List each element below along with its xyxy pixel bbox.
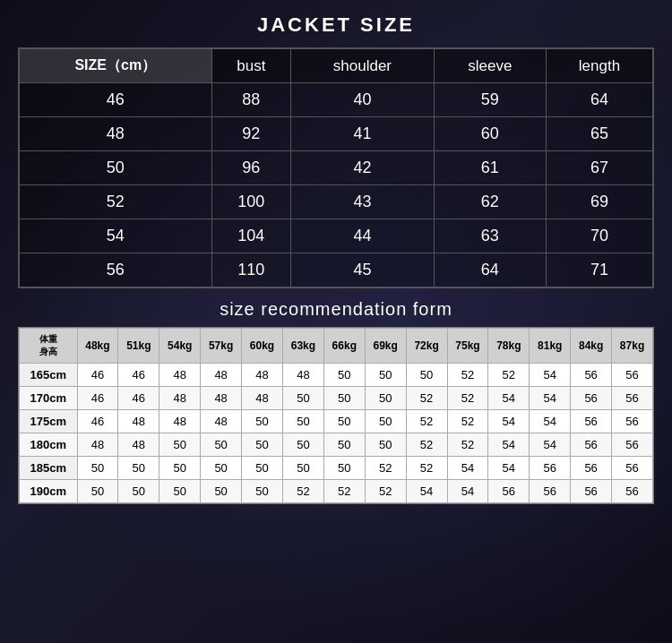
rec-cell-3-2: 50	[159, 433, 201, 457]
size-cell-1-2: 41	[291, 117, 435, 151]
rec-cell-1-12: 56	[571, 387, 612, 410]
rec-height-3: 180cm	[20, 433, 78, 457]
rec-cell-1-3: 48	[201, 387, 242, 410]
rec-cell-3-6: 50	[323, 433, 365, 457]
rec-cell-5-10: 56	[488, 480, 530, 503]
rec-cell-4-10: 54	[488, 457, 530, 480]
rec-table: 体重身高48kg51kg54kg57kg60kg63kg66kg69kg72kg…	[19, 328, 653, 503]
rec-weight-header-6: 66kg	[323, 329, 365, 364]
rec-cell-4-6: 50	[323, 457, 365, 480]
rec-cell-4-8: 52	[406, 457, 447, 480]
size-cell-4-2: 44	[291, 219, 435, 253]
rec-cell-3-12: 56	[571, 433, 612, 457]
size-cell-1-4: 65	[546, 117, 652, 151]
rec-cell-0-5: 48	[282, 364, 323, 387]
rec-cell-4-2: 50	[159, 457, 201, 480]
size-cell-1-0: 48	[20, 117, 212, 151]
rec-cell-0-7: 50	[365, 364, 406, 387]
rec-weight-header-8: 72kg	[406, 329, 447, 364]
rec-cell-2-5: 50	[282, 410, 323, 433]
rec-cell-2-11: 54	[530, 410, 571, 433]
rec-cell-2-10: 54	[488, 410, 530, 433]
rec-table-wrapper: 体重身高48kg51kg54kg57kg60kg63kg66kg69kg72kg…	[18, 327, 654, 504]
rec-cell-5-1: 50	[118, 480, 159, 503]
rec-cell-3-4: 50	[242, 433, 283, 457]
rec-cell-3-11: 54	[530, 433, 571, 457]
size-table-row: 4892416065	[20, 117, 653, 151]
rec-table-row: 180cm4848505050505050525254545656	[20, 433, 653, 457]
rec-weight-header-12: 84kg	[571, 329, 612, 364]
size-cell-5-3: 64	[434, 253, 546, 287]
size-cell-5-1: 110	[211, 253, 291, 287]
size-cell-4-3: 63	[434, 219, 546, 253]
rec-cell-5-2: 50	[159, 480, 201, 503]
size-cell-3-3: 62	[434, 185, 546, 219]
rec-cell-2-12: 56	[571, 410, 612, 433]
rec-weight-header-11: 81kg	[530, 329, 571, 364]
rec-cell-3-10: 54	[488, 433, 530, 457]
rec-weight-header-4: 60kg	[242, 329, 283, 364]
rec-cell-1-6: 50	[323, 387, 365, 410]
size-table: SIZE（cm）bustshouldersleevelength 4688405…	[19, 48, 653, 287]
size-cell-0-3: 59	[434, 83, 546, 117]
rec-header-row: 体重身高48kg51kg54kg57kg60kg63kg66kg69kg72kg…	[20, 329, 653, 364]
size-table-header-4: length	[546, 49, 652, 83]
size-table-row: 56110456471	[20, 253, 653, 287]
rec-cell-4-13: 56	[612, 457, 653, 480]
size-cell-1-1: 92	[211, 117, 291, 151]
rec-table-row: 185cm5050505050505052525454565656	[20, 457, 653, 480]
rec-cell-0-2: 48	[159, 364, 201, 387]
size-cell-5-0: 56	[20, 253, 212, 287]
size-cell-3-4: 69	[546, 185, 652, 219]
rec-cell-4-5: 50	[282, 457, 323, 480]
rec-cell-3-13: 56	[612, 433, 653, 457]
size-cell-0-0: 46	[20, 83, 212, 117]
size-table-header-1: bust	[211, 49, 291, 83]
size-cell-2-1: 96	[211, 151, 291, 185]
rec-cell-4-11: 56	[530, 457, 571, 480]
rec-height-5: 190cm	[20, 480, 78, 503]
rec-weight-header-7: 69kg	[365, 329, 406, 364]
rec-cell-1-4: 48	[242, 387, 283, 410]
rec-weight-header-2: 54kg	[159, 329, 201, 364]
size-cell-5-4: 71	[546, 253, 652, 287]
rec-cell-1-10: 54	[488, 387, 530, 410]
rec-cell-4-12: 56	[571, 457, 612, 480]
rec-cell-1-9: 52	[447, 387, 488, 410]
rec-cell-3-9: 52	[447, 433, 488, 457]
size-table-header-row: SIZE（cm）bustshouldersleevelength	[20, 49, 653, 83]
rec-cell-0-4: 48	[242, 364, 283, 387]
rec-cell-1-5: 50	[282, 387, 323, 410]
rec-cell-2-8: 52	[406, 410, 447, 433]
rec-cell-2-2: 48	[159, 410, 201, 433]
rec-cell-4-9: 54	[447, 457, 488, 480]
rec-cell-5-8: 54	[406, 480, 447, 503]
size-cell-5-2: 45	[291, 253, 435, 287]
rec-weight-header-3: 57kg	[201, 329, 242, 364]
rec-cell-0-0: 46	[77, 364, 118, 387]
rec-title: size recommendation form	[18, 299, 654, 320]
rec-cell-1-1: 46	[118, 387, 159, 410]
size-table-row: 4688405964	[20, 83, 653, 117]
rec-cell-2-9: 52	[447, 410, 488, 433]
rec-cell-0-6: 50	[323, 364, 365, 387]
rec-cell-5-9: 54	[447, 480, 488, 503]
rec-cell-5-0: 50	[77, 480, 118, 503]
rec-table-row: 175cm4648484850505050525254545656	[20, 410, 653, 433]
size-cell-0-1: 88	[211, 83, 291, 117]
size-cell-4-0: 54	[20, 219, 212, 253]
rec-cell-1-11: 54	[530, 387, 571, 410]
rec-cell-2-6: 50	[323, 410, 365, 433]
rec-height-0: 165cm	[20, 364, 78, 387]
rec-table-row: 165cm4646484848485050505252545656	[20, 364, 653, 387]
rec-cell-1-13: 56	[612, 387, 653, 410]
size-table-row: 54104446370	[20, 219, 653, 253]
rec-weight-header-0: 48kg	[77, 329, 118, 364]
rec-cell-0-3: 48	[201, 364, 242, 387]
rec-cell-5-5: 52	[282, 480, 323, 503]
rec-weight-header-13: 87kg	[612, 329, 653, 364]
rec-height-1: 170cm	[20, 387, 78, 410]
rec-cell-2-4: 50	[242, 410, 283, 433]
rec-weight-header-10: 78kg	[488, 329, 530, 364]
rec-cell-0-9: 52	[447, 364, 488, 387]
